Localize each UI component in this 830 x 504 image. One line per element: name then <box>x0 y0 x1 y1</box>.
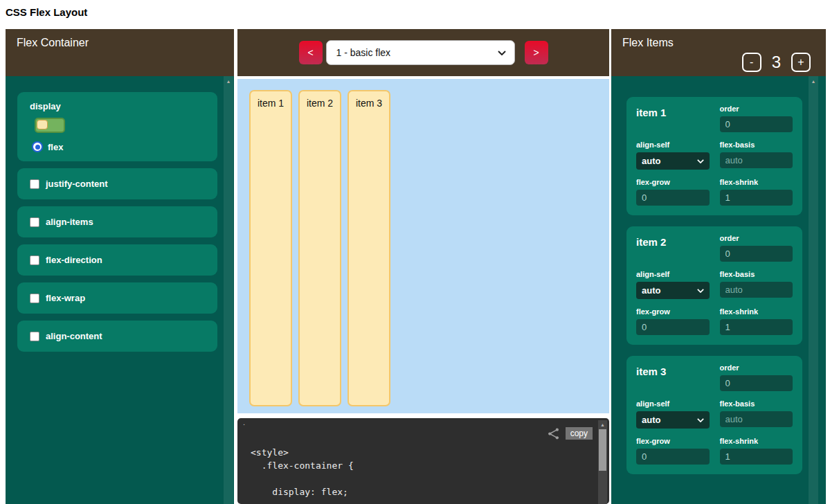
copy-button[interactable]: copy <box>566 427 593 440</box>
preset-bar: < 1 - basic flex > <box>237 29 609 76</box>
code-panel: . copy <style> .flex-container { display <box>237 418 609 504</box>
flex-item-card-1: item 1 order align-self auto flex-basis <box>626 97 802 215</box>
toggle-knob-icon <box>37 120 48 129</box>
page: CSS Flex Layout Flex Container display f… <box>0 0 830 504</box>
code-tools: copy <box>548 427 593 440</box>
right-panel-scrollbar[interactable]: ▲ <box>809 76 818 504</box>
flex-shrink-input-item-1[interactable] <box>720 190 793 206</box>
flex-items-header: Flex Items - 3 + <box>611 29 826 76</box>
flex-items-body: item 1 order align-self auto flex-basis <box>611 76 826 504</box>
scroll-up-icon[interactable]: ▲ <box>224 76 233 84</box>
next-preset-button[interactable]: > <box>525 41 548 64</box>
flex-container-header: Flex Container <box>6 29 234 76</box>
scroll-up-icon[interactable]: ▲ <box>598 420 607 427</box>
flex-item-card-2: item 2 order align-self auto flex-basis <box>626 226 802 345</box>
flex-container-body: display flex justify-content align-items <box>6 76 234 504</box>
align-items-label: align-items <box>46 217 93 227</box>
preset-select[interactable]: 1 - basic flex <box>326 40 515 65</box>
left-panel-scrollbar[interactable]: ▲ <box>224 76 233 504</box>
demo-item-2: item 2 <box>298 90 341 406</box>
demo-item-3: item 3 <box>348 90 390 406</box>
flex-shrink-label: flex-shrink <box>720 178 793 186</box>
code-scrollbar[interactable]: ▲ <box>598 420 607 504</box>
radio-dot-icon <box>35 145 40 150</box>
flex-basis-input-item-2[interactable] <box>720 282 793 298</box>
flex-grow-input-item-3[interactable] <box>636 449 710 465</box>
order-label: order <box>720 234 793 242</box>
display-card: display flex <box>17 92 217 161</box>
flex-grow-input-item-1[interactable] <box>636 190 710 206</box>
prev-preset-button[interactable]: < <box>299 41 323 64</box>
align-self-value: auto <box>642 285 660 296</box>
order-input-item-1[interactable] <box>720 116 793 132</box>
flex-radio[interactable] <box>32 141 43 152</box>
flex-items-panel: Flex Items - 3 + item 1 order align-self <box>611 29 826 504</box>
flex-wrap-label: flex-wrap <box>46 293 85 303</box>
property-card-align-items[interactable]: align-items <box>17 206 217 237</box>
property-card-align-content[interactable]: align-content <box>17 321 217 352</box>
code-line: .flex-container { <box>251 460 609 474</box>
align-self-select-item-2[interactable]: auto <box>636 282 710 299</box>
flex-container-panel: Flex Container display flex justify-cont… <box>6 29 234 504</box>
order-input-item-2[interactable] <box>720 246 793 262</box>
flex-shrink-label: flex-shrink <box>720 307 793 316</box>
order-input-item-3[interactable] <box>720 375 793 391</box>
flex-item-card-3: item 3 order align-self auto flex-basis <box>626 356 802 474</box>
justify-content-label: justify-content <box>46 179 108 189</box>
scrollbar-thumb[interactable] <box>599 429 606 471</box>
flex-shrink-input-item-3[interactable] <box>720 449 793 465</box>
flex-basis-label: flex-basis <box>720 399 793 408</box>
property-card-flex-direction[interactable]: flex-direction <box>17 244 217 276</box>
share-icon[interactable] <box>548 428 559 440</box>
item-count-stepper: - 3 + <box>742 53 811 72</box>
code-line: <style> <box>251 447 609 460</box>
flex-shrink-label: flex-shrink <box>720 437 793 445</box>
chevron-down-icon <box>697 159 704 163</box>
chevron-down-icon <box>697 289 704 293</box>
flex-container-title: Flex Container <box>6 29 234 57</box>
flex-direction-label: flex-direction <box>46 255 102 265</box>
add-item-button[interactable]: + <box>791 53 811 72</box>
remove-item-button[interactable]: - <box>742 53 761 72</box>
flex-shrink-input-item-2[interactable] <box>720 319 793 335</box>
align-self-label: align-self <box>636 399 710 408</box>
align-items-checkbox[interactable] <box>30 217 39 227</box>
flex-wrap-checkbox[interactable] <box>30 294 39 303</box>
flex-grow-label: flex-grow <box>636 307 710 316</box>
page-title: CSS Flex Layout <box>6 6 87 18</box>
align-self-value: auto <box>642 415 660 425</box>
display-toggle[interactable] <box>35 118 65 133</box>
flex-grow-input-item-2[interactable] <box>636 319 710 335</box>
flex-demo-container: item 1 item 2 item 3 <box>237 79 609 413</box>
demo-item-1: item 1 <box>249 90 292 406</box>
item-count: 3 <box>772 53 781 72</box>
align-self-label: align-self <box>636 270 710 278</box>
justify-content-checkbox[interactable] <box>30 179 39 189</box>
align-content-label: align-content <box>46 331 102 341</box>
scroll-up-icon[interactable]: ▲ <box>809 76 818 84</box>
flex-basis-label: flex-basis <box>720 141 793 149</box>
flex-direction-checkbox[interactable] <box>30 255 39 265</box>
flex-radio-label: flex <box>48 142 63 152</box>
order-label: order <box>720 105 793 113</box>
code-line: display: flex; <box>251 487 609 500</box>
align-self-select-item-1[interactable]: auto <box>636 152 710 170</box>
property-card-justify-content[interactable]: justify-content <box>17 168 217 199</box>
flex-radio-row: flex <box>32 141 205 152</box>
align-content-checkbox[interactable] <box>30 332 39 341</box>
flex-basis-input-item-1[interactable] <box>720 152 793 168</box>
preview-column: < 1 - basic flex > item 1 item 2 item 3 … <box>237 29 609 504</box>
align-self-value: auto <box>642 156 660 166</box>
display-label: display <box>30 101 205 111</box>
item-2-heading: item 2 <box>636 234 710 262</box>
flex-grow-label: flex-grow <box>636 437 710 445</box>
item-1-heading: item 1 <box>636 105 710 132</box>
demo-area: item 1 item 2 item 3 <box>237 76 609 413</box>
flex-grow-label: flex-grow <box>636 178 710 186</box>
item-3-heading: item 3 <box>636 363 710 391</box>
flex-basis-input-item-3[interactable] <box>720 411 793 427</box>
code-line <box>251 474 609 487</box>
align-self-select-item-3[interactable]: auto <box>636 411 710 429</box>
align-self-label: align-self <box>636 141 710 149</box>
property-card-flex-wrap[interactable]: flex-wrap <box>17 282 217 314</box>
